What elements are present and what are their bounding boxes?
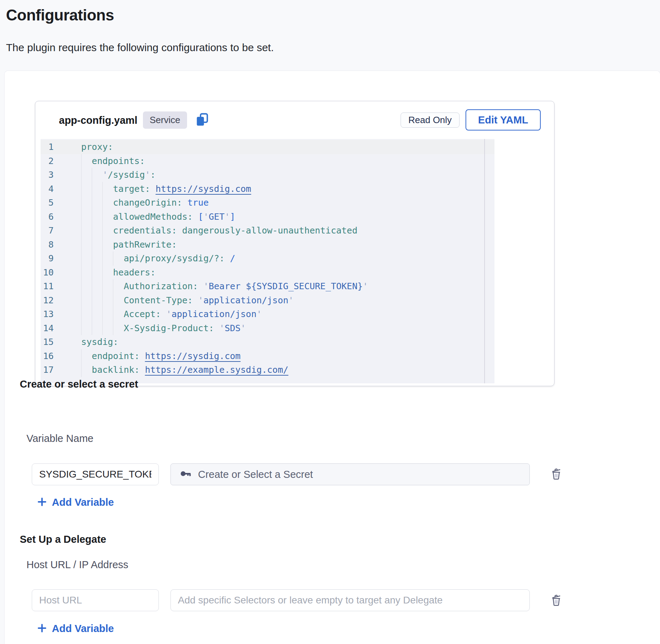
add-variable-button-secret[interactable]: Add Variable [36,496,114,509]
line-number: 7 [41,224,54,238]
yaml-filename: app-config.yaml [59,115,137,126]
editor-scrollbar[interactable] [484,139,485,383]
copy-button[interactable] [194,111,211,128]
line-number: 16 [41,349,54,363]
indent-guide [81,349,82,363]
code-line: 12Content-Type: 'application/json' [41,293,494,308]
code-line: 3'/sysdig': [41,168,494,182]
line-number: 6 [41,210,54,224]
trash-icon [549,476,563,482]
add-variable-label: Add Variable [52,497,114,508]
indent-guide [81,266,82,280]
delegate-section-heading: Set Up a Delegate [20,534,106,545]
add-variable-button-delegate[interactable]: Add Variable [36,622,114,635]
line-number: 8 [41,238,54,252]
indent-guide [81,154,82,168]
add-variable-label: Add Variable [52,623,114,634]
indent-guide [81,293,82,308]
delegate-selectors-input[interactable] [170,589,530,611]
indent-guide [92,182,92,196]
indent-guide [81,210,82,224]
line-number: 14 [41,321,54,335]
line-number: 2 [41,154,54,168]
delete-delegate-button[interactable] [549,593,564,608]
indent-guide [113,251,113,266]
indent-guide [113,307,113,321]
indent-guide [102,238,103,252]
code-line: 15sysdig: [41,335,494,349]
code-line: 13Accept: 'application/json' [41,307,494,321]
key-icon [179,467,192,481]
code-line: 9api/proxy/sysdig/?: / [41,251,494,266]
indent-guide [102,307,103,321]
read-only-badge: Read Only [401,113,460,128]
plus-icon [36,622,48,635]
indent-guide [102,251,103,266]
indent-guide [92,210,92,224]
line-number: 12 [41,293,54,308]
indent-guide [92,168,92,182]
yaml-card: app-config.yaml Service Read Only Edit Y… [35,101,554,386]
code-line: 17backlink: https://example.sysdig.com/ [41,363,494,377]
code-area[interactable]: 1proxy:2endpoints:3'/sysdig':4target: ht… [41,139,494,383]
indent-guide [102,224,103,238]
line-number: 15 [41,335,54,349]
indent-guide [81,182,82,196]
indent-guide [102,293,103,308]
code-line: 7credentials: dangerously-allow-unauthen… [41,224,494,238]
indent-guide [92,224,92,238]
trash-icon [549,603,563,608]
indent-guide [81,321,82,335]
secret-select-label: Create or Select a Secret [198,469,313,480]
indent-guide [81,224,82,238]
line-number: 1 [41,140,54,154]
indent-guide [92,307,92,321]
host-url-label: Host URL / IP Address [26,559,128,571]
host-url-input[interactable] [32,589,159,611]
line-number: 3 [41,168,54,182]
code-line: 2endpoints: [41,154,494,168]
indent-guide [92,266,92,280]
indent-guide [92,293,92,308]
indent-guide [102,196,103,210]
code-line: 14X-Sysdig-Product: 'SDS' [41,321,494,335]
service-badge: Service [143,111,187,129]
indent-guide [81,279,82,293]
secret-section-heading: Create or select a secret [20,378,138,390]
code-line: 5changeOrigin: true [41,196,494,210]
line-number: 11 [41,279,54,293]
line-number: 4 [41,182,54,196]
indent-guide [92,238,92,252]
page-subtitle: The plugin requires the following config… [6,42,274,54]
variable-name-input[interactable] [32,463,159,485]
code-line: 4target: https://sysdig.com [41,182,494,196]
line-number: 10 [41,266,54,280]
indent-guide [81,168,82,182]
indent-guide [81,307,82,321]
indent-guide [102,279,103,293]
indent-guide [102,321,103,335]
code-line: 10headers: [41,266,494,280]
indent-guide [92,279,92,293]
delete-variable-button[interactable] [549,467,564,481]
code-line: 16endpoint: https://sysdig.com [41,349,494,363]
page-title: Configurations [6,6,114,24]
edit-yaml-button[interactable]: Edit YAML [466,109,541,130]
code-line: 11Authorization: 'Bearer ${SYSDIG_SECURE… [41,279,494,293]
secret-select[interactable]: Create or Select a Secret [170,463,530,485]
indent-guide [92,321,92,335]
indent-guide [102,182,103,196]
indent-guide [102,266,103,280]
variable-name-label: Variable Name [26,433,94,444]
code-line: 8pathRewrite: [41,238,494,252]
indent-guide [92,251,92,266]
content-panel: app-config.yaml Service Read Only Edit Y… [4,71,660,644]
code-line: 6allowedMethods: ['GET'] [41,210,494,224]
indent-guide [92,196,92,210]
configurations-page: Configurations The plugin requires the f… [0,0,660,644]
line-number: 9 [41,251,54,266]
indent-guide [81,251,82,266]
indent-guide [113,279,113,293]
copy-icon [194,123,210,129]
indent-guide [102,210,103,224]
